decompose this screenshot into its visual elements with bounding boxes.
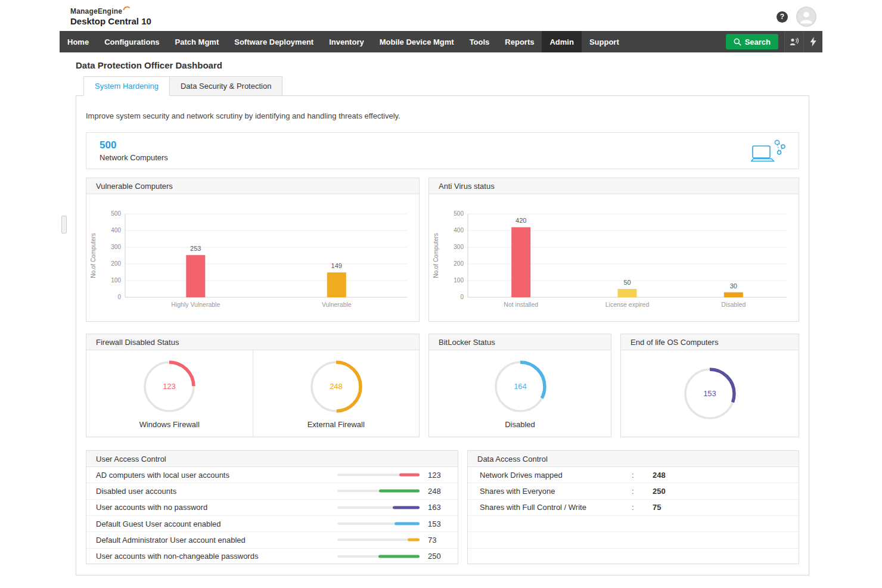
x-category-label: License expired [605, 301, 650, 308]
vulnerable-computers-card: Vulnerable Computers No.of Computers0100… [86, 178, 420, 322]
announcements-button[interactable] [784, 31, 803, 52]
help-icon[interactable]: ? [777, 11, 788, 23]
firewall-donuts: 123 Windows Firewall 248 External Firewa… [86, 350, 419, 437]
avatar[interactable] [796, 7, 816, 27]
quick-actions-button[interactable] [803, 31, 822, 52]
dac-row-value: 248 [653, 471, 666, 480]
nav-item-mobile-device-mgmt[interactable]: Mobile Device Mgmt [372, 31, 462, 52]
antivirus-status-chart: No.of Computers0100200300400500420Not in… [429, 199, 799, 321]
dac-row-empty [468, 549, 799, 564]
uac-row-value: 73 [428, 536, 448, 545]
donut-label: External Firewall [308, 420, 365, 429]
manageengine-logo: ManageEngine [70, 7, 151, 15]
uac-row-label: AD computers with local user accounts [96, 471, 337, 480]
firewall-disabled-status-card: Firewall Disabled Status 123 Windows Fir… [86, 334, 420, 437]
x-category-label: Not installed [504, 301, 538, 308]
page-container: ManageEngine Desktop Central 10 ? HomeCo… [60, 0, 822, 575]
dac-row-label: Network Drives mapped [480, 471, 632, 480]
data-access-control-rows: Network Drives mapped : 248Shares with E… [468, 467, 799, 564]
dac-row-value: 75 [653, 503, 661, 512]
y-tick-label: 0 [117, 294, 121, 300]
search-icon [734, 38, 741, 46]
announcement-icon [789, 37, 799, 46]
y-axis-label: No.of Computers [90, 233, 97, 278]
uac-row-ad-computers-with-local-user-accounts[interactable]: AD computers with local user accounts 12… [86, 467, 458, 483]
donut-external-firewall[interactable]: 248 External Firewall [253, 350, 420, 437]
bar-value-label: 420 [515, 217, 526, 224]
nav-item-patch-mgmt[interactable]: Patch Mgmt [167, 31, 227, 52]
y-tick-label: 100 [454, 277, 464, 284]
uac-row-user-accounts-with-no-password[interactable]: User accounts with no password 163 [86, 500, 458, 516]
bar-vulnerable[interactable] [327, 272, 346, 297]
donut-disabled[interactable]: 164 Disabled [429, 350, 611, 437]
bar-license-expired[interactable] [618, 289, 637, 297]
donut-end-of-life-os-computers[interactable]: 153 [621, 350, 799, 437]
network-computers-label: Network Computers [100, 153, 168, 162]
uac-row-user-accounts-with-non-changeable-passwords[interactable]: User accounts with non-changeable passwo… [86, 549, 458, 564]
anti-virus-status-svg: No.of Computers0100200300400500420Not in… [429, 199, 799, 318]
dac-row-separator: : [632, 471, 653, 480]
donuts-row: Firewall Disabled Status 123 Windows Fir… [86, 334, 799, 437]
bitlocker-status-card: BitLocker Status 164 Disabled [428, 334, 611, 437]
y-tick-label: 200 [454, 260, 464, 267]
search-button[interactable]: Search [726, 34, 778, 49]
uac-row-bar [337, 539, 420, 541]
data-access-control-card: Data Access Control Network Drives mappe… [467, 450, 799, 564]
data-access-control-title: Data Access Control [468, 451, 799, 467]
donut-value: 123 [163, 382, 176, 391]
summary-text: 500 Network Computers [100, 139, 168, 162]
dac-row-shares-with-everyone: Shares with Everyone : 250 [468, 483, 799, 499]
x-category-label: Highly Vulnerable [171, 301, 220, 308]
lightning-bolt-icon [810, 37, 816, 46]
access-control-row: User Access Control AD computers with lo… [86, 450, 799, 564]
feedback-handle[interactable] [61, 216, 67, 234]
x-category-label: Vulnerable [322, 301, 352, 308]
vulnerable-computers-title: Vulnerable Computers [86, 178, 419, 194]
brand: ManageEngine Desktop Central 10 [70, 7, 151, 26]
donut-windows-firewall[interactable]: 123 Windows Firewall [86, 350, 253, 437]
dac-row-value: 250 [653, 487, 666, 496]
uac-row-default-administrator-user-account-enabled[interactable]: Default Administrator User account enabl… [86, 532, 458, 548]
network-computers-count[interactable]: 500 [100, 139, 168, 151]
nav-item-tools[interactable]: Tools [462, 31, 498, 52]
logo-swoosh-icon [123, 5, 131, 11]
dac-row-empty [468, 516, 799, 532]
uac-row-bar-fill [399, 474, 420, 477]
nav-item-home[interactable]: Home [60, 31, 97, 52]
bar-not-installed[interactable] [511, 227, 530, 297]
nav-item-admin[interactable]: Admin [542, 31, 581, 52]
firewall-disabled-status-title: Firewall Disabled Status [86, 334, 419, 350]
y-tick-label: 200 [111, 260, 121, 267]
y-tick-label: 300 [111, 244, 121, 250]
nav-right: Search [726, 31, 822, 52]
nav-item-inventory[interactable]: Inventory [321, 31, 372, 52]
uac-row-bar [337, 555, 420, 558]
bar-highly-vulnerable[interactable] [186, 255, 205, 297]
main-nav: HomeConfigurationsPatch MgmtSoftware Dep… [60, 31, 822, 52]
vulnerable-computers-svg: No.of Computers0100200300400500253Highly… [86, 199, 419, 318]
user-silhouette-icon [797, 7, 815, 27]
uac-row-bar-fill [393, 506, 420, 509]
nav-item-support[interactable]: Support [582, 31, 627, 52]
y-tick-label: 400 [454, 227, 464, 234]
nav-item-reports[interactable]: Reports [497, 31, 542, 52]
uac-row-label: Default Guest User account enabled [96, 519, 337, 528]
network-computers-card[interactable]: 500 Network Computers [86, 132, 799, 169]
uac-row-bar-fill [378, 555, 420, 558]
tab-system-hardening[interactable]: System Hardening [83, 76, 170, 96]
uac-row-value: 250 [428, 552, 448, 561]
uac-row-default-guest-user-account-enabled[interactable]: Default Guest User account enabled 153 [86, 516, 458, 532]
donut-value: 248 [330, 382, 343, 391]
uac-row-label: User accounts with no password [96, 503, 337, 512]
uac-row-disabled-user-accounts[interactable]: Disabled user accounts 248 [86, 483, 458, 499]
tab-data-security-protection[interactable]: Data Security & Protection [169, 76, 282, 96]
user-access-control-title: User Access Control [86, 451, 458, 467]
uac-row-label: User accounts with non-changeable passwo… [96, 552, 337, 561]
dac-row-network-drives-mapped: Network Drives mapped : 248 [468, 467, 799, 483]
page-title: Data Protection Officer Dashboard [76, 60, 822, 70]
dac-row-label: Shares with Everyone [480, 487, 632, 496]
nav-item-software-deployment[interactable]: Software Deployment [226, 31, 321, 52]
bar-disabled[interactable] [724, 293, 743, 297]
bar-value-label: 149 [331, 262, 342, 269]
nav-item-configurations[interactable]: Configurations [97, 31, 167, 52]
